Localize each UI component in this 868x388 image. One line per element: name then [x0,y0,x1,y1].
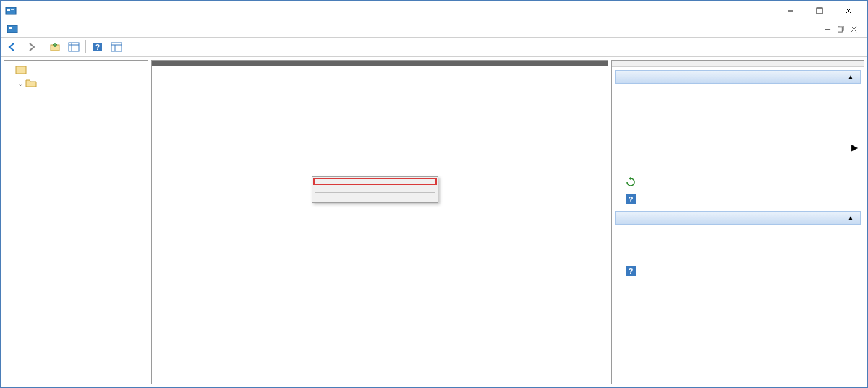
action-refresh[interactable] [612,173,864,191]
up-button[interactable] [46,39,64,55]
action-set-service-comm-cert[interactable] [612,121,864,139]
menu-file[interactable] [21,27,33,30]
toolbar-separator [43,40,43,53]
menu-window[interactable] [64,27,76,30]
body: ⌄ [1,57,867,387]
collapse-icon[interactable]: ▲ [847,214,854,222]
svg-rect-4 [817,8,822,14]
action-add-token-decrypting[interactable] [612,104,864,121]
action-new-window[interactable] [612,156,864,173]
svg-rect-8 [9,27,12,29]
list-header [152,66,608,76]
context-menu [312,176,438,203]
chevron-right-icon: ▶ [851,142,858,152]
action-section-certificates[interactable]: ▲ [615,70,861,84]
menu-view[interactable] [50,27,61,30]
svg-text:?: ? [629,195,634,204]
svg-rect-1 [7,9,10,11]
action-help-2[interactable]: ? [612,262,864,280]
center-pane [151,60,608,384]
svg-text:?: ? [629,267,634,275]
svg-rect-23 [16,66,26,74]
action-view-certificate[interactable] [612,228,864,245]
action-add-token-signing[interactable] [612,87,864,104]
collapse-icon[interactable]: ▲ [847,73,854,81]
minimize-button[interactable] [776,2,805,20]
center-header [152,61,608,66]
app-icon [5,5,17,17]
tree-pane: ⌄ [4,60,148,384]
ctx-separator [315,192,435,193]
ctx-view-certificate[interactable] [314,178,436,184]
action-section-certificate[interactable]: ▲ [615,211,861,225]
forward-button[interactable] [22,39,40,55]
mdi-restore-button[interactable] [834,23,847,35]
actions-pane: ▲ ▶ ? ▲ [611,60,864,384]
toolbar-separator [85,40,86,53]
maximize-button[interactable] [805,2,834,20]
svg-rect-11 [838,27,842,31]
action-set-as-primary [612,245,864,262]
actions-header [612,61,864,67]
titlebar [1,1,867,21]
svg-rect-20 [111,43,122,51]
svg-rect-15 [69,43,79,51]
navigation-tree[interactable]: ⌄ [4,61,148,92]
tree-node-service[interactable]: ⌄ [6,77,146,90]
show-hide-tree-button[interactable] [65,39,82,55]
svg-text:?: ? [95,43,100,51]
properties-button[interactable] [108,39,125,55]
menubar [1,21,867,37]
ctx-set-as-primary [314,184,436,190]
collapse-icon[interactable]: ⌄ [16,79,25,87]
mdi-minimize-button[interactable] [821,23,834,35]
svg-rect-2 [11,9,14,10]
toolbar: ? [1,37,867,57]
help-icon: ? [625,194,637,205]
action-help[interactable]: ? [612,191,864,208]
tree-root[interactable] [6,64,146,77]
close-button[interactable] [834,2,863,20]
app-menu-icon [7,23,18,35]
folder-icon [25,78,37,88]
app-window: ? ⌄ [0,0,868,388]
certificate-list[interactable] [152,76,608,384]
help-icon: ? [625,265,637,277]
menu-action[interactable] [35,27,47,30]
back-button[interactable] [4,39,21,55]
adfs-root-icon [15,65,27,75]
refresh-icon [625,176,637,188]
ctx-help[interactable] [314,195,436,201]
menu-help[interactable] [79,27,90,30]
action-view[interactable]: ▶ [612,139,864,156]
help-button[interactable]: ? [89,39,106,55]
mdi-close-button[interactable] [847,23,860,35]
